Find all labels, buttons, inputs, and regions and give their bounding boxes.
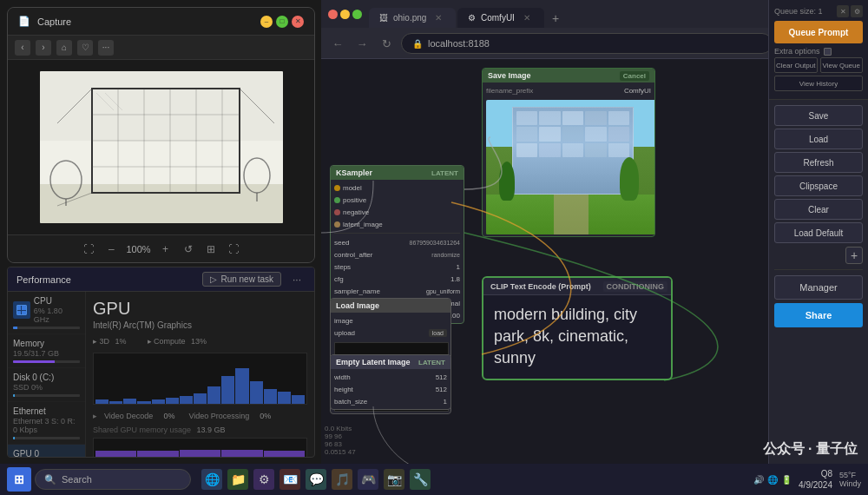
tab-ohio-png[interactable]: 🖼 ohio.png ✕: [369, 8, 456, 28]
add-button[interactable]: +: [845, 247, 863, 264]
forward-button[interactable]: →: [352, 34, 372, 53]
cpu-item[interactable]: CPU 6% 1.80 GHz: [8, 292, 85, 334]
viewer-content: [8, 60, 314, 234]
queue-prompt-label: Queue Prompt: [789, 28, 849, 37]
browser-close-btn[interactable]: [328, 10, 338, 19]
ethernet-detail: Ethernet 3 S: 0 R: 0 Kbps: [13, 417, 80, 434]
memory-bar-fill: [13, 360, 55, 363]
toolbar-icon-home[interactable]: ⌂: [56, 40, 72, 56]
run-new-task-button[interactable]: ▷ Run new task: [202, 272, 281, 287]
tab-comfyui-close[interactable]: ✕: [523, 13, 530, 23]
rotate-icon[interactable]: ↺: [181, 241, 196, 257]
add-btn-row: +: [774, 247, 863, 264]
reload-button[interactable]: ↻: [377, 34, 396, 53]
back-button[interactable]: ←: [328, 34, 347, 53]
weather-condition: Windy: [839, 479, 861, 488]
start-button[interactable]: ⊞: [7, 467, 31, 492]
view-history-button[interactable]: View History: [774, 76, 863, 91]
video-processing-text: Video Processing: [188, 412, 249, 420]
w5: [608, 111, 629, 126]
browser-min-btn[interactable]: [340, 10, 350, 19]
bottom-stats: 0.0 Kbits 99 96 96 83 0.0515 47: [321, 421, 359, 459]
queue-row: Queue size: 1 ✕ ⚙: [774, 5, 863, 17]
more-options-icon[interactable]: ···: [288, 271, 306, 288]
tray-icon-2[interactable]: 🌐: [767, 475, 778, 485]
taskbar-search[interactable]: 🔍 Search: [35, 469, 191, 490]
model-row: model: [334, 182, 460, 194]
taskbar-app-9[interactable]: 🔧: [410, 469, 431, 490]
toolbar-icon-more[interactable]: ···: [98, 40, 114, 56]
queue-icon-2[interactable]: ⚙: [851, 5, 863, 17]
browser-max-btn[interactable]: [352, 10, 362, 19]
mem-bar-5: [264, 451, 305, 457]
manager-button[interactable]: Manager: [774, 275, 863, 300]
viewer-bottom-bar: ⛶ – 100% + ↺ ⊞ ⛶: [8, 234, 314, 262]
close-button[interactable]: ✕: [292, 16, 304, 28]
upload-row: upload load: [334, 327, 447, 339]
window-title: Capture: [37, 16, 253, 27]
refresh-label: Refresh: [803, 158, 833, 168]
extra-options-checkbox[interactable]: [824, 48, 832, 56]
load-image-title: Load Image: [336, 301, 379, 310]
expand-icon[interactable]: ⛶: [81, 241, 96, 257]
svg-rect-1: [40, 71, 283, 141]
save-image-node[interactable]: Save Image Cancel filename_prefix ComfyU…: [482, 68, 655, 237]
queue-icon-1[interactable]: ✕: [837, 5, 849, 17]
view-queue-button[interactable]: View Queue: [820, 57, 864, 73]
sidewalk: [554, 195, 589, 235]
clear-button[interactable]: Clear: [774, 199, 863, 220]
view-icon[interactable]: ⊞: [203, 241, 219, 257]
load-button[interactable]: Load: [774, 129, 863, 149]
tab-ohio-close[interactable]: ✕: [435, 13, 442, 23]
empty-latent-node[interactable]: Empty Latent Image LATENT width 512 heig…: [330, 354, 451, 410]
taskbar-app-1[interactable]: 🌐: [201, 469, 222, 490]
memory-item[interactable]: Memory 19.5/31.7 GB: [8, 334, 85, 368]
manager-label: Manager: [799, 282, 837, 293]
taskbar-app-8[interactable]: 📷: [384, 469, 404, 490]
tray-icon-3[interactable]: 🔋: [781, 475, 792, 485]
disk-bar: [13, 394, 80, 397]
url-bar[interactable]: 🔒 localhost:8188: [401, 33, 773, 54]
refresh-button[interactable]: Refresh: [774, 152, 863, 173]
share-button[interactable]: Share: [774, 303, 863, 327]
clip-text-prompt[interactable]: modern building, city park, 8k, cinemati…: [483, 295, 671, 379]
upload-button[interactable]: load: [429, 329, 447, 337]
steps-row: steps 1: [334, 261, 460, 273]
tab-comfyui[interactable]: ⚙ ComfyUI ✕: [457, 8, 544, 28]
taskbar-app-2[interactable]: 📁: [227, 469, 248, 490]
clipspace-button[interactable]: Clipspace: [774, 175, 863, 196]
load-default-button[interactable]: Load Default: [774, 222, 863, 243]
sampler-row: sampler_name gpu_uniform: [334, 285, 460, 297]
queue-prompt-button[interactable]: Queue Prompt: [774, 21, 863, 43]
maximize-button[interactable]: □: [276, 16, 288, 28]
taskbar-app-5[interactable]: 💬: [306, 469, 326, 490]
gpu-bar-4: [137, 401, 150, 404]
tab-ohio-icon: 🖼: [379, 13, 388, 23]
mem-bar-1: [95, 451, 136, 457]
fullscreen-icon[interactable]: ⛶: [226, 241, 241, 257]
zoom-in-icon[interactable]: +: [158, 241, 174, 257]
disk-item[interactable]: Disk 0 (C:) SSD 0%: [8, 368, 85, 402]
clip-text-encode-node[interactable]: CLIP Text Encode (Prompt) CONDITIONING m…: [482, 276, 673, 380]
add-tab-button[interactable]: +: [546, 9, 565, 28]
ethernet-item[interactable]: Ethernet Ethernet 3 S: 0 R: 0 Kbps: [8, 402, 85, 445]
compute-label: ▸ Compute: [148, 337, 186, 346]
search-label: Search: [62, 474, 92, 485]
tray-icon-1[interactable]: 🔊: [753, 475, 764, 485]
taskbar-app-4[interactable]: 📧: [279, 469, 300, 490]
taskbar-app-6[interactable]: 🎵: [332, 469, 352, 490]
width-row: width 512: [334, 371, 447, 383]
load-label: Load: [809, 135, 828, 144]
clear-output-button[interactable]: Clear Output: [774, 57, 818, 73]
gpu-item[interactable]: GPU 0 Intel(R) Arc(TM) 13%: [8, 445, 85, 457]
toolbar-icon-prev[interactable]: ‹: [15, 40, 30, 56]
taskbar-app-3[interactable]: ⚙: [253, 469, 274, 490]
batch-label: batch_size: [334, 398, 367, 406]
toolbar-icon-next[interactable]: ›: [36, 40, 51, 56]
toolbar-icon-heart[interactable]: ♡: [77, 40, 93, 56]
cancel-button-node[interactable]: Cancel: [620, 71, 649, 81]
save-button[interactable]: Save: [774, 105, 863, 126]
zoom-out-icon[interactable]: –: [103, 241, 119, 257]
minimize-button[interactable]: –: [260, 16, 273, 28]
taskbar-app-7[interactable]: 🎮: [358, 469, 378, 490]
